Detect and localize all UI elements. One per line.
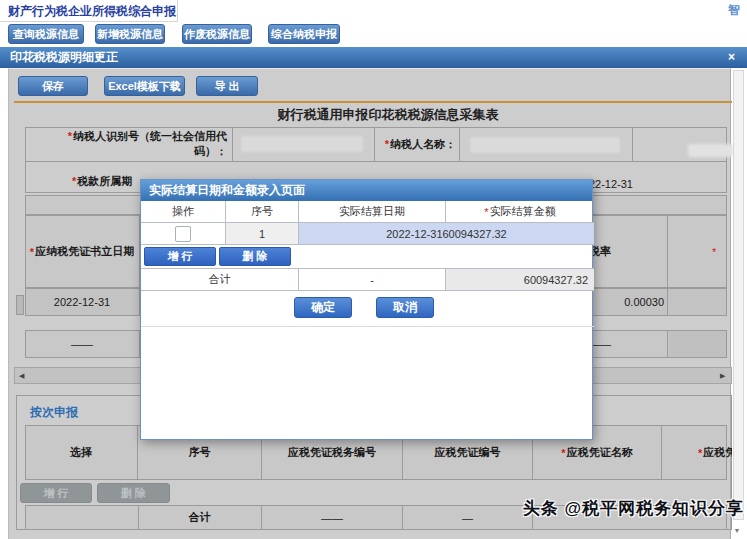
dash-row-end-cell [669,331,726,357]
settlement-dialog: 实际结算日期和金额录入页面 操作 序号 实际结算日期 *实际结算金额 1 202… [140,179,593,440]
redacted-value [470,137,620,153]
redacted-value [241,136,363,152]
required-asterisk: * [484,206,488,218]
taxpayer-name-value-cell [460,127,633,162]
date-header-label: 应纳税凭证书立日期 [35,244,134,259]
tab-void-tax-source[interactable]: 作废税源信息 [182,24,252,44]
corner-partial-text: 智慧 [728,2,747,18]
toolbar-divider [14,101,732,103]
scroll-right-icon[interactable]: ▶ [720,372,725,379]
dialog-op-cell [141,223,226,245]
dialog-date-amount-cell[interactable]: 2022-12-3160094327.32 [299,223,594,245]
date-value-cell: 2022-12-31 [25,288,140,316]
date-header-cell: *应纳税凭证书立日期 [25,215,140,288]
row-checkbox[interactable] [175,226,191,242]
taxpayer-id-label-cell: *纳税人识别号（统一社会信用代码）： [25,127,233,162]
required-asterisk: * [72,175,76,187]
taxpayer-id-value-cell [233,127,375,162]
required-asterisk: * [385,138,389,150]
dialog-col-seq: 序号 [226,201,299,223]
save-button[interactable]: 保存 [18,76,88,96]
required-asterisk: * [30,246,34,258]
required-asterisk: * [712,246,716,258]
confirm-button[interactable]: 确定 [294,297,352,318]
required-asterisk: * [561,447,565,459]
col-select: 选择 [25,425,138,480]
panel-header: 印花税税源明细更正 [0,47,747,68]
window-title: 财产行为税企业所得税综合申报套餐 [0,0,178,22]
dialog-col-date: 实际结算日期 [299,201,446,223]
dialog-total-label-cell: 合计 [141,268,299,291]
add-row-button-disabled[interactable]: 增 行 [20,483,92,503]
scroll-down-icon[interactable]: ▼ [730,524,744,536]
close-icon[interactable]: × [728,47,742,68]
taxpayer-name-label: 纳税人名称： [390,137,456,152]
tax-period-label: *税款所属期 [72,174,132,189]
app-window: 财产行为税企业所得税综合申报套餐 智慧 查询税源信息 新增税源信息 作废税源信息… [0,0,747,539]
required-asterisk: * [68,130,72,142]
dialog-total-date-cell: - [299,268,446,291]
dialog-seq-cell: 1 [226,223,299,245]
dialog-col-op: 操作 [141,201,226,223]
required-asterisk: * [698,447,702,459]
form-extra-cell [633,127,727,162]
watermark-text: 头条 @税平网税务知识分享 [523,497,744,520]
dialog-delete-row-button[interactable]: 删 除 [219,247,291,266]
dialog-footer-divider [141,326,594,327]
delete-row-button-disabled[interactable]: 删 除 [97,483,170,503]
cancel-button[interactable]: 取消 [376,297,434,318]
taxpayer-name-label-cell: *纳税人名称： [375,127,460,162]
dash-cell: —— [25,330,140,358]
vertical-scrollbar[interactable] [733,70,744,520]
tab-comprehensive-declaration[interactable]: 综合纳税申报 [268,24,340,44]
total-label-cell: 合计 [138,505,262,530]
total-dash-cell: —— [262,505,403,530]
mini-scrollbar-thumb[interactable] [16,295,24,315]
export-button[interactable]: 导 出 [196,76,258,96]
dialog-title-bar[interactable]: 实际结算日期和金额录入页面 [141,180,592,201]
taxpayer-id-label: 纳税人识别号（统一社会信用代码）： [73,130,227,157]
per-time-section-title: 按次申报 [30,404,78,421]
scroll-left-icon[interactable]: ◀ [19,372,24,379]
excel-template-download-button[interactable]: Excel模板下载 [104,76,185,96]
redacted-value [688,144,733,157]
dialog-total-amount-cell: 60094327.32 [446,268,594,291]
sheet-title: 财行税通用申报印花税税源信息采集表 [25,106,747,122]
panel-title: 印花税税源明细更正 [10,50,118,64]
dialog-title: 实际结算日期和金额录入页面 [149,183,305,197]
total-dash-cell: — [403,505,533,530]
col-doc-cut: *应税凭 [698,425,732,480]
tab-add-tax-source[interactable]: 新增税源信息 [95,24,165,44]
dialog-col-amount: *实际结算金额 [446,201,594,223]
dialog-add-row-button[interactable]: 增 行 [144,247,216,266]
tab-query-tax-source[interactable]: 查询税源信息 [8,24,84,44]
